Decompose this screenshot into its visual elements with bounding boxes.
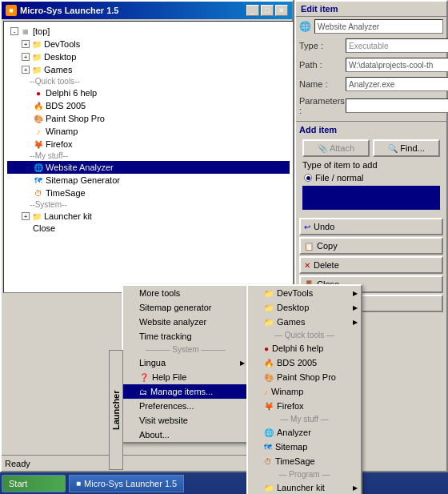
menu-more-tools[interactable]: More tools [123, 286, 248, 300]
submenu-games[interactable]: 📁 Games ▶ [248, 315, 361, 329]
menu-item-label: More tools [139, 288, 180, 298]
expand-launcher[interactable]: + [22, 212, 30, 220]
status-text: Ready [5, 459, 30, 468]
tree-bds[interactable]: 🔥 BDS 2005 [7, 99, 290, 112]
menu-help-file[interactable]: ❓ Help File [123, 370, 248, 384]
menu-about[interactable]: About... [123, 428, 248, 442]
app-icon-sub: 🦊 [264, 402, 274, 411]
submenu-paintshop[interactable]: 🎨 Paint Shop Pro [248, 370, 361, 384]
menu-item-label: Lingua [139, 358, 166, 367]
menu-manage-items[interactable]: 🗂 Manage items... [123, 384, 248, 399]
edit-header: Edit item [296, 2, 446, 17]
find-label: Find... [400, 143, 425, 153]
menu-item-label: Analyzer [277, 428, 311, 437]
submenu-winamp[interactable]: ♪ Winamp [248, 384, 361, 399]
menu-visit-website[interactable]: Visit website [123, 413, 248, 428]
context-menu-submenu: 📁 DevTools ▶ 📁 Desktop ▶ 📁 Games ▶ — Qui… [246, 284, 362, 494]
expand-top[interactable]: - [10, 27, 18, 35]
menu-item-label: BDS 2005 [277, 358, 317, 367]
menu-preferences[interactable]: Preferences... [123, 399, 248, 413]
tree-item-label: Winamp [46, 127, 78, 136]
tree-games[interactable]: + 📁 Games [7, 63, 290, 76]
app-icon-sitemap: 🗺 [33, 175, 44, 186]
taskbar: Start ■ Micro-Sys Launcher 1.5 [0, 472, 448, 494]
menu-item-label: Sitemap generator [139, 303, 212, 312]
tree-paintshop[interactable]: 🎨 Paint Shop Pro [7, 112, 290, 125]
tree-item-label: Sitemap Generator [46, 175, 120, 185]
folder-icon: 📁 [31, 51, 42, 62]
globe-icon-edit: 🌐 [299, 21, 310, 32]
misc-label: --Quick tools-- [30, 77, 80, 86]
undo-button[interactable]: ↩ Undo [299, 218, 443, 235]
submenu-timesage[interactable]: ⏱ TimeSage [248, 454, 361, 468]
menu-item-label: DevTools [277, 288, 313, 298]
delete-button[interactable]: ✕ Delete [299, 256, 443, 274]
title-bar: ■ Micro-Sys Launcher 1.5 _ □ ✕ [2, 2, 292, 19]
maximize-button[interactable]: □ [261, 5, 274, 16]
menu-item-label: Website analyzer [139, 317, 206, 327]
close-button-main[interactable]: ✕ [275, 5, 288, 16]
tree-timesage[interactable]: ⏱ TimeSage [7, 187, 290, 199]
item-name-input[interactable] [314, 19, 443, 34]
menu-sitemap-gen[interactable]: Sitemap generator [123, 300, 248, 315]
attach-button[interactable]: 📎 Attach [302, 139, 370, 157]
attach-icon: 📎 [318, 144, 327, 153]
folder-icon-sub: 📁 [264, 484, 274, 492]
taskbar-launcher-btn[interactable]: ■ Micro-Sys Launcher 1.5 [69, 475, 184, 492]
copy-button[interactable]: 📋 Copy [299, 237, 443, 255]
delete-label: Delete [314, 260, 339, 270]
tree-devtools[interactable]: + 📁 DevTools [7, 38, 290, 50]
tree-firefox[interactable]: 🦊 Firefox [7, 138, 290, 151]
name-row: Name : [296, 74, 446, 94]
menu-website-analyzer[interactable]: Website analyzer [123, 315, 248, 329]
app-icon-sub: ♪ [264, 388, 268, 396]
tree-website-analyzer[interactable]: 🌐 Website Analyzer [7, 161, 290, 174]
params-label: Parameters : [299, 96, 343, 115]
tree-winamp[interactable]: ♪ Winamp [7, 125, 290, 138]
path-input[interactable] [346, 58, 448, 72]
menu-item-label: Time tracking [139, 331, 192, 341]
menu-item-label: Winamp [271, 387, 303, 396]
undo-label: Undo [314, 222, 334, 231]
menu-item-label: Delphi 6 help [272, 343, 323, 353]
folder-icon-sub: 📁 [264, 289, 274, 298]
tree-desktop[interactable]: + 📁 Desktop [7, 50, 290, 63]
file-normal-radio[interactable] [304, 174, 312, 182]
menu-item-label: Games [277, 317, 305, 327]
expand-devtools[interactable]: + [22, 40, 30, 48]
params-input[interactable] [346, 98, 448, 113]
attach-label: Attach [330, 143, 354, 153]
expand-games[interactable]: + [22, 66, 30, 74]
name-input[interactable] [346, 77, 448, 91]
mystuff-label: — My stuff — [248, 413, 361, 425]
menu-lingua[interactable]: Lingua ▶ [123, 355, 248, 370]
menu-time-tracking[interactable]: Time tracking [123, 329, 248, 343]
app-icon-firefox: 🦊 [33, 139, 44, 150]
arrow-icon: ▶ [353, 290, 358, 297]
globe-icon-sub: 🌐 [264, 428, 274, 437]
start-button[interactable]: Start [2, 475, 66, 492]
minimize-button[interactable]: _ [246, 5, 259, 16]
tree-quicktools: --Quick tools-- [7, 76, 290, 86]
submenu-analyzer[interactable]: 🌐 Analyzer [248, 425, 361, 440]
submenu-bds[interactable]: 🔥 BDS 2005 [248, 355, 361, 370]
expand-desktop[interactable]: + [22, 53, 30, 61]
submenu-delphi[interactable]: ● Delphi 6 help [248, 341, 361, 355]
submenu-firefox[interactable]: 🦊 Firefox [248, 399, 361, 413]
tree-launcher-kit[interactable]: + 📁 Launcher kit [7, 210, 290, 223]
submenu-launcher-kit[interactable]: 📁 Launcher kit ▶ [248, 480, 361, 494]
tree-delphi[interactable]: ● Delphi 6 help [7, 86, 290, 99]
menu-item-label: Help File [152, 372, 186, 382]
help-file-icon: ❓ [139, 373, 149, 382]
tree-top[interactable]: - ▦ [top] [7, 25, 290, 38]
submenu-desktop[interactable]: 📁 Desktop ▶ [248, 300, 361, 315]
tree-sitemap-gen[interactable]: 🗺 Sitemap Generator [7, 174, 290, 187]
find-button[interactable]: 🔍 Find... [373, 139, 440, 157]
tree-close[interactable]: Close [7, 223, 290, 234]
copy-icon: 📋 [304, 242, 314, 251]
submenu-sitemap[interactable]: 🗺 Sitemap [248, 440, 361, 454]
type-input[interactable] [346, 38, 448, 53]
file-normal-label: File / normal [315, 173, 364, 183]
submenu-devtools[interactable]: 📁 DevTools ▶ [248, 286, 361, 300]
taskbar-app-icon: ■ [76, 479, 81, 488]
